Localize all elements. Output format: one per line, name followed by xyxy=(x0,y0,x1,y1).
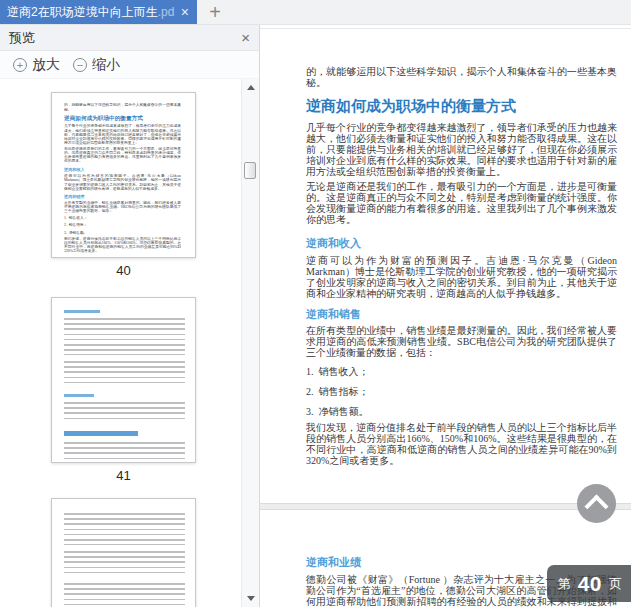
mini-text-skeleton xyxy=(64,361,185,387)
scrollbar-thumb[interactable] xyxy=(244,162,256,179)
page-separator xyxy=(260,503,631,510)
thumbnail-page-41-content xyxy=(64,310,183,463)
document-tab[interactable]: 逆商2在职场逆境中向上而生 .pd × xyxy=(0,0,197,24)
mini-subheading: 逆商和销售 xyxy=(64,194,181,199)
thumbnail-page-number: 41 xyxy=(51,468,196,483)
zoom-out-button[interactable]: − 缩小 xyxy=(73,56,120,74)
mini-paragraph: 的，就能够运用以下这些科学知识，揭示个人和集体奋斗的一些基本奥秘。 xyxy=(64,103,181,111)
mini-text-skeleton xyxy=(64,442,185,463)
sidebar-title: 预览 xyxy=(9,29,35,47)
scroll-down-arrow-icon[interactable] xyxy=(247,596,255,601)
sidebar-header: 预览 × xyxy=(0,25,259,51)
paragraph: 几乎每个行业的竞争都变得越来越激烈了，领导者们承受的压力也越来越大，他们必须去衡… xyxy=(306,122,617,177)
sidebar-close-icon[interactable]: × xyxy=(241,30,250,45)
page-indicator-prefix: 第 xyxy=(558,575,571,593)
thumbnail-zoom-toolbar: + 放大 − 缩小 xyxy=(0,51,259,79)
thumbnail-page-number: 40 xyxy=(51,263,196,278)
sidebar-scrollbar[interactable] xyxy=(241,79,259,607)
paragraph: 的，就能够运用以下这些科学知识，揭示个人和集体奋斗的一些基本奥秘。 xyxy=(306,66,617,88)
page-indicator: 第 40 页 xyxy=(547,565,631,602)
main-row: 预览 × + 放大 − 缩小 的，就能够运用以下这些科学知识，揭示个人和集体奋斗… xyxy=(0,25,631,607)
mini-paragraph: 几乎每个行业的竞争都变得越来越激烈了，领导者们承受的压力也越来越大，他们必须去衡… xyxy=(64,124,181,145)
mini-subheading-skeleton xyxy=(64,394,94,397)
chevron-up-icon xyxy=(584,494,608,518)
document-tab-title: 逆商2在职场逆境中向上而生 xyxy=(7,4,158,21)
section-heading: 逆商如何成为职场中的衡量方式 xyxy=(306,97,617,116)
mini-paragraph: 逆商可以为作为财富的预测因子。吉迪恩·马尔克曼（Gideon Markman）博… xyxy=(64,174,181,191)
zoom-out-label: 缩小 xyxy=(92,56,120,74)
thumbnail-page-41[interactable] xyxy=(51,297,196,463)
paragraph: 逆商可以为作为财富的预测因子。吉迪恩·马尔克曼（Gideon Markman）博… xyxy=(306,255,617,299)
list-item: 3. 净销售额。 xyxy=(306,406,617,417)
mini-paragraph: 我们发现，逆商分值排名处于前半段的销售人员的以上三个指标比后半段的销售人员分别高… xyxy=(64,237,181,254)
paragraph: 无论是逆商还是我们的工作，最有吸引力的一个方面是，进步是可衡量的。这是逆商真正的… xyxy=(306,181,617,225)
mini-text-skeleton xyxy=(64,318,185,355)
zoom-in-button[interactable]: + 放大 xyxy=(13,56,60,74)
thumbnail-page-40-content: 的，就能够运用以下这些科学知识，揭示个人和集体奋斗的一些基本奥秘。 逆商如何成为… xyxy=(64,103,181,253)
list-item: 1. 销售收入； xyxy=(306,366,617,377)
subsection-heading: 逆商和销售 xyxy=(306,308,617,321)
zoom-in-label: 放大 xyxy=(32,56,60,74)
tab-bar: 逆商2在职场逆境中向上而生 .pd × + xyxy=(0,0,631,25)
back-to-top-button[interactable] xyxy=(577,484,616,523)
mini-text-skeleton xyxy=(64,513,185,545)
scroll-up-arrow-icon[interactable] xyxy=(247,85,255,90)
tab-close-icon[interactable]: × xyxy=(180,5,190,19)
mini-subheading-skeleton xyxy=(64,310,100,313)
document-tab-extension: .pd xyxy=(158,5,175,19)
zoom-in-icon: + xyxy=(13,58,27,72)
mini-text-skeleton xyxy=(64,551,185,577)
mini-subheading: 逆商和收入 xyxy=(64,167,181,172)
zoom-out-icon: − xyxy=(73,58,87,72)
mini-list-item: 1. 销售收入； xyxy=(64,216,181,220)
pdf-page-40: 的，就能够运用以下这些科学知识，揭示个人和集体奋斗的一些基本奥秘。 逆商如何成为… xyxy=(260,29,631,503)
mini-paragraph: 在所有类型的业绩中，销售业绩是最好测量的。因此，我们经常被人要求用逆商的高低来预… xyxy=(64,200,181,212)
mini-list-item: 3. 净销售额。 xyxy=(64,231,181,235)
page-indicator-number: 40 xyxy=(578,572,602,596)
thumbnail-page-42-content xyxy=(64,513,183,607)
mini-paragraph: 无论是逆商还是我们的工作，最有吸引力的一个方面是，进步是可衡量的。这是逆商真正的… xyxy=(64,146,181,163)
paragraph: 在所有类型的业绩中，销售业绩是最好测量的。因此，我们经常被人要求用逆商的高低来预… xyxy=(306,325,617,358)
document-viewport: 的，就能够运用以下这些科学知识，揭示个人和集体奋斗的一些基本奥秘。 逆商如何成为… xyxy=(260,25,631,607)
mini-heading: 逆商如何成为职场中的衡量方式 xyxy=(64,115,181,122)
list-item: 2. 销售指标； xyxy=(306,386,617,397)
thumbnail-page-40[interactable]: 的，就能够运用以下这些科学知识，揭示个人和集体奋斗的一些基本奥秘。 逆商如何成为… xyxy=(51,92,196,258)
mini-heading-skeleton xyxy=(64,431,138,436)
preview-sidebar: 预览 × + 放大 − 缩小 的，就能够运用以下这些科学知识，揭示个人和集体奋斗… xyxy=(0,25,260,607)
mini-text-skeleton xyxy=(64,402,185,423)
paragraph: 我们发现，逆商分值排名处于前半段的销售人员的以上三个指标比后半段的销售人员分别高… xyxy=(306,422,617,466)
subsection-heading: 逆商和收入 xyxy=(306,237,617,250)
mini-text-skeleton xyxy=(64,583,185,607)
page-indicator-suffix: 页 xyxy=(609,575,622,593)
thumbnail-list: 的，就能够运用以下这些科学知识，揭示个人和集体奋斗的一些基本奥秘。 逆商如何成为… xyxy=(0,79,259,607)
mini-list-item: 2. 销售指标； xyxy=(64,223,181,227)
new-tab-button[interactable]: + xyxy=(197,0,233,24)
thumbnail-page-42[interactable] xyxy=(51,498,196,607)
